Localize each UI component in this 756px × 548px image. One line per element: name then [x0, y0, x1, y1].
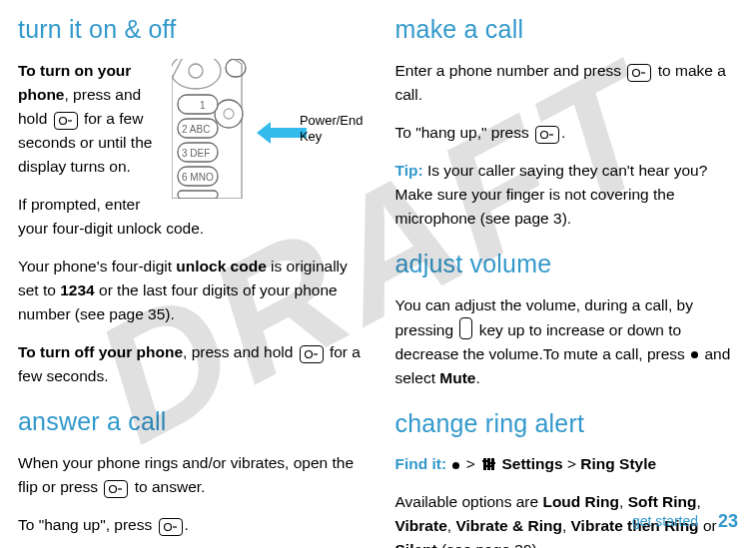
svg-text:2 ABC: 2 ABC [182, 124, 210, 135]
svg-rect-30 [482, 460, 487, 462]
para-hangup-2: To "hang up," press . [395, 121, 739, 145]
text: . [185, 516, 189, 533]
opt-silent: Silent [395, 541, 437, 548]
page: DRAFT turn it on & off 1 [0, 0, 756, 548]
end-key-icon [159, 518, 183, 536]
opt-vibrate: Vibrate [395, 517, 447, 534]
para-findit: Find it: > Settings > Ring Style [395, 452, 739, 476]
svg-rect-32 [490, 462, 495, 464]
svg-text:3 DEF: 3 DEF [182, 148, 210, 159]
heading-change-ring: change ring alert [395, 404, 739, 443]
text: , press and hold [183, 343, 298, 360]
callout-label: Power/End Key [300, 113, 364, 146]
para-volume: You can adjust the volume, during a call… [395, 293, 739, 390]
comma: , [562, 517, 571, 534]
para-hangup: To "hang up", press . [18, 513, 362, 537]
text-bold-unlock-code: unlock code [176, 258, 266, 274]
callout-text-line1: Power/End [300, 113, 364, 128]
text: Available options are [395, 493, 543, 510]
right-column: make a call Enter a phone number and pre… [395, 10, 739, 548]
heading-adjust-volume: adjust volume [395, 245, 739, 283]
phone-keypad-figure: 1 2 ABC 3 DEF 6 MNO [172, 59, 362, 199]
svg-point-4 [224, 109, 234, 119]
text: to answer. [130, 478, 205, 495]
para-answer: When your phone rings and/or vibrates, o… [18, 451, 362, 499]
text: . [561, 124, 565, 141]
svg-point-17 [305, 350, 312, 357]
opt-loud-ring: Loud Ring [542, 493, 619, 510]
text: To "hang up," press [395, 124, 534, 141]
svg-point-21 [164, 523, 171, 530]
text: Is your caller saying they can't hear yo… [395, 162, 708, 227]
text-gt: > [466, 455, 475, 472]
opt-vibrate-ring: Vibrate & Ring [455, 517, 562, 534]
content-columns: turn it on & off 1 [18, 10, 738, 548]
text: Enter a phone number and press [395, 62, 626, 79]
findit-label: Find it: [395, 455, 447, 472]
center-key-icon [452, 462, 459, 469]
svg-point-23 [633, 69, 640, 76]
heading-make-call: make a call [395, 10, 739, 49]
svg-rect-31 [486, 465, 491, 467]
heading-answer-call: answer a call [18, 402, 362, 441]
text: (see page 39). [437, 541, 541, 548]
para-tip: Tip: Is your caller saying they can't he… [395, 159, 739, 231]
footer-page-number: 23 [718, 511, 738, 531]
text: Your phone's four-digit [18, 258, 176, 274]
menu-mute: Mute [439, 369, 475, 386]
power-key-icon [54, 112, 78, 130]
text-gt: > [567, 455, 576, 472]
heading-turn-on-off: turn it on & off [18, 10, 362, 49]
text: To "hang up", press [18, 516, 157, 533]
menu-ring-style: Ring Style [580, 455, 656, 472]
end-key-icon [535, 126, 559, 144]
callout-text-line2: Key [300, 129, 322, 144]
power-key-icon [300, 345, 324, 363]
svg-point-19 [110, 485, 117, 492]
para-enter-code: If prompted, enter your four-digit unloc… [18, 193, 362, 241]
footer-section-label: get started [632, 513, 698, 529]
left-column: turn it on & off 1 [18, 10, 362, 548]
para-turn-off: To turn off your phone, press and hold f… [18, 340, 362, 388]
text-bold-turn-off: To turn off your phone [18, 343, 183, 360]
svg-rect-12 [178, 191, 218, 199]
tip-label: Tip: [395, 162, 423, 179]
page-footer: get started 23 [632, 508, 738, 536]
svg-point-15 [59, 117, 66, 124]
menu-settings: Settings [501, 455, 562, 472]
svg-text:6 MNO: 6 MNO [182, 172, 214, 183]
svg-text:1: 1 [200, 100, 206, 111]
settings-icon [481, 457, 495, 471]
para-make-call: Enter a phone number and press to make a… [395, 59, 739, 107]
center-key-icon [691, 351, 698, 358]
send-key-icon [627, 64, 651, 82]
volume-key-icon [459, 317, 472, 339]
svg-rect-28 [487, 458, 490, 470]
text-bold-1234: 1234 [60, 281, 94, 298]
svg-point-25 [541, 131, 548, 138]
send-key-icon [104, 480, 128, 498]
para-unlock-code: Your phone's four-digit unlock code is o… [18, 255, 362, 326]
svg-rect-5 [178, 95, 218, 114]
svg-point-1 [189, 64, 203, 78]
svg-rect-27 [483, 458, 486, 470]
comma: , [619, 493, 628, 510]
